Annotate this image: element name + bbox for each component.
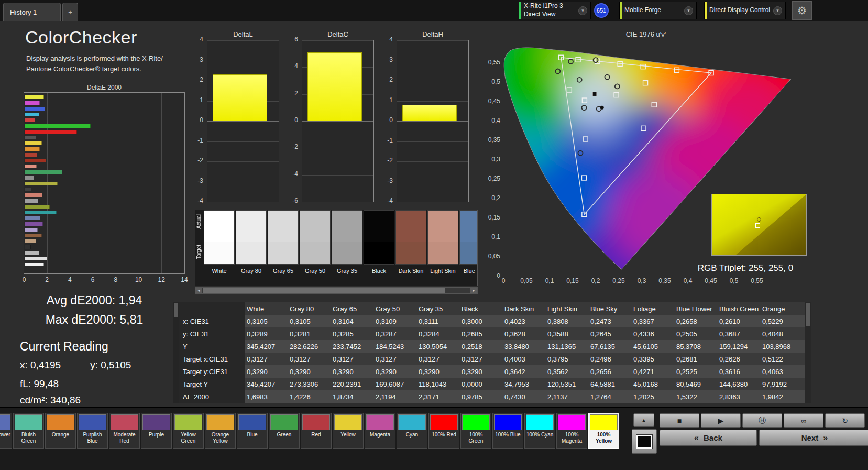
link-button[interactable]: ∞ [784,413,823,428]
patch-100-blue[interactable]: 100% Blue [492,413,523,449]
save-button[interactable]: Ⓗ [742,413,782,428]
patch-blue[interactable]: Blue [237,413,268,449]
x-tick-label: 14 [181,276,188,283]
patch-yellow[interactable]: Yellow [333,413,364,449]
patch-yellow-green[interactable]: Yellow Green [173,413,204,449]
x-tick-label: 10 [135,276,142,283]
scroll-right-arrow[interactable]: ► [470,288,477,293]
deltae-bar [25,159,46,162]
scrollbar-thumb[interactable] [806,303,810,326]
patch-color [590,414,618,430]
patch-100-green[interactable]: 100% Green [460,413,491,449]
patch-orange[interactable]: Orange [45,413,76,449]
settings-gear-button[interactable]: ⚙ [792,1,812,20]
patch-label: 100% Yellow [590,430,618,444]
patch-color [366,414,394,430]
meter-line1: X-Rite i1Pro 3 [524,2,563,10]
scrollbar-thumb[interactable] [174,303,178,317]
patch-color [302,414,330,430]
scrollbar-thumb[interactable] [203,288,445,293]
table-cell: 159,1294 [717,343,760,351]
svg-text:0,25: 0,25 [612,277,625,285]
table-cell: 0,3588 [545,330,588,338]
patch-color [558,414,586,430]
table-left-scrollbar[interactable] [173,302,179,403]
patch-label: Purple [142,430,170,438]
table-cell: 0,2496 [588,355,631,363]
link-icon: ∞ [801,417,806,425]
table-right-scrollbar[interactable] [805,302,811,403]
refresh-icon: ↻ [842,417,848,425]
meter-device-dropdown[interactable]: X-Rite i1Pro 3 Direct View ▼ [519,2,591,19]
y-tick-label: -3 [191,177,203,184]
y-tick-label: 1 [191,96,203,104]
deltae-bar [25,251,39,255]
patch-cyan[interactable]: Cyan [397,413,427,449]
actual-color [428,211,458,242]
delta-value-bar [307,52,362,121]
patch-100-yellow[interactable]: 100% Yellow [588,413,619,449]
tab-history-1[interactable]: History 1 [3,3,61,21]
scroll-left-arrow[interactable]: ◄ [195,288,202,293]
svg-text:0,45: 0,45 [705,277,717,285]
display-control-dropdown[interactable]: Direct Display Control ▼ [704,2,786,19]
patch-orange-yellow[interactable]: Orange Yellow [205,413,236,449]
back-button[interactable]: « Back [660,430,757,446]
y-tick-label: 6 [285,36,298,43]
meter-line2: Direct View [524,10,563,19]
patch-red[interactable]: Red [301,413,332,449]
table-cell: 0,3290 [416,368,459,376]
collapse-up-button[interactable]: ▲ [633,413,654,427]
svg-text:0: 0 [502,277,506,285]
table-header-row: WhiteGray 80Gray 65Gray 50Gray 35BlackDa… [179,302,805,315]
patch-100-magenta[interactable]: 100% Magenta [556,413,587,449]
table-cell: 0,2626 [717,355,760,363]
play-button[interactable]: ▶ [701,413,741,428]
patch-row: Blue FlowerBluish GreenOrangePurplish Bl… [0,413,629,452]
patch-purple[interactable]: Purple [141,413,172,449]
new-tab-button[interactable]: + [62,3,78,21]
pattern-source-dropdown[interactable]: Mobile Forge ▼ [619,2,697,19]
swatch-scrollbar[interactable]: ◄ ► [195,287,478,294]
refresh-button[interactable]: ↻ [825,413,865,428]
table-cell: 0,2610 [717,318,760,325]
patch-label: Yellow [334,430,362,438]
y-tick-label: -1 [191,137,203,144]
deltae-bar [25,245,31,249]
deltah-chart: 43210-1-2-3-4 [397,40,469,202]
pattern-window-button[interactable] [632,429,657,454]
table-row: x: CIE310,31050,31050,31040,31090,31110,… [179,315,805,327]
plus-icon: + [68,8,72,16]
row-label: Target Y [179,378,245,390]
table-cell: 0,3000 [459,318,502,325]
x-tick-label: 6 [91,276,95,283]
patch-purplish-blue[interactable]: Purplish Blue [77,413,108,449]
swatch-white: White [204,210,235,286]
patch-magenta[interactable]: Magenta [365,413,395,449]
swatch-light-skin: Light Skin [427,210,458,286]
patch-green[interactable]: Green [269,413,300,449]
svg-text:0,15: 0,15 [488,214,501,221]
patch-blue-flower[interactable]: Blue Flower [0,413,12,449]
patch-label: Blue [238,430,266,438]
table-cell: 80,5469 [674,380,717,388]
patch-100-red[interactable]: 100% Red [428,413,459,449]
patch-color [174,414,202,430]
patch-moderate-red[interactable]: Moderate Red [109,413,140,449]
deltae-bar [25,113,39,116]
patch-100-cyan[interactable]: 100% Cyan [524,413,555,449]
table-cell: 0,2473 [588,318,631,325]
table-cell: 0,3289 [245,330,288,338]
table-cell: 45,0168 [631,380,674,388]
stop-button[interactable]: ■ [660,413,699,428]
table-cell: 0,2685 [459,330,502,338]
deltae-bar [25,228,38,232]
patch-bluish-green[interactable]: Bluish Green [13,413,44,449]
chevron-down-icon: ▼ [773,6,782,15]
swatch-black: Black [364,210,394,286]
target-color [364,242,394,264]
x-reading: x: 0,4195 [20,359,61,371]
table-cell: 0,2656 [588,368,631,376]
svg-text:0,55: 0,55 [488,59,501,66]
next-button[interactable]: Next » [759,430,868,446]
